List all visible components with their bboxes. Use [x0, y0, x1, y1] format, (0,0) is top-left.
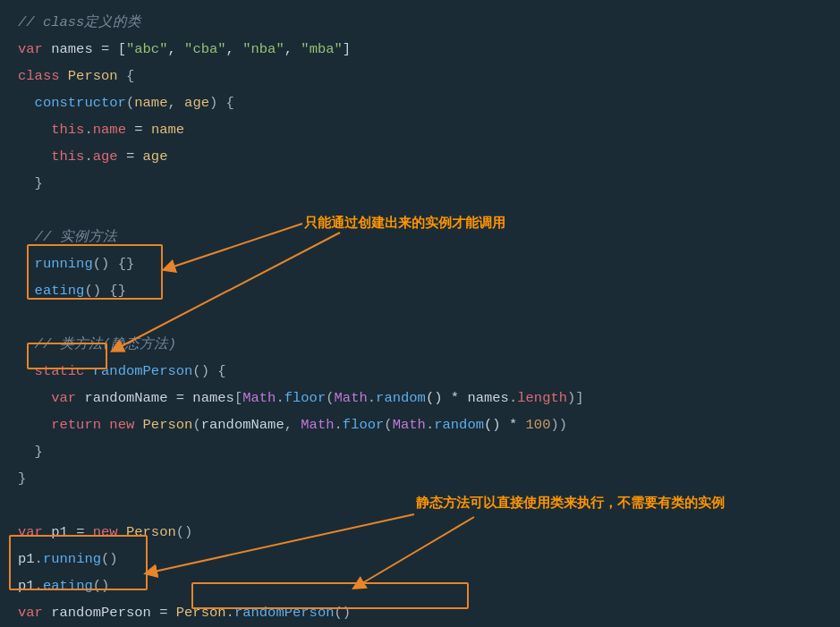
code-line: constructor(name, age) { [18, 89, 840, 116]
code-line: // class定义的类 [18, 9, 840, 36]
code-token [18, 251, 35, 277]
code-line: } [18, 438, 840, 465]
code-token: = [167, 386, 192, 411]
code-token: // class定义的类 [18, 10, 141, 36]
code-lines: // class定义的类var names = ["abc", "cba", "… [18, 9, 840, 627]
code-token: ) { [209, 90, 234, 116]
code-token: ( [192, 412, 200, 438]
code-token: new [93, 520, 126, 546]
code-token: . [84, 117, 92, 143]
code-token: length [517, 386, 567, 411]
code-token: var [18, 37, 51, 63]
code-token [18, 359, 35, 385]
code-token: = [126, 117, 151, 143]
code-token: Person [68, 64, 118, 89]
code-line: p1.running() [18, 546, 840, 572]
code-token: p1 [18, 573, 35, 599]
code-token [18, 412, 51, 438]
code-token: random [434, 412, 484, 438]
code-token: [ [234, 386, 242, 411]
code-line: class Person { [18, 63, 840, 89]
code-token: 100 [526, 412, 551, 438]
code-token: { [118, 64, 135, 89]
code-token: running [43, 547, 101, 572]
code-token: names [51, 37, 93, 63]
code-token: constructor [35, 90, 126, 116]
code-line: eating() {} [18, 277, 840, 304]
code-token: static [35, 359, 85, 385]
code-token: . [84, 144, 92, 170]
code-line: var randomPerson = Person.randomPerson() [18, 599, 840, 626]
code-token [84, 359, 92, 385]
code-token: () {} [84, 278, 126, 304]
code-token: "nba" [242, 37, 284, 63]
code-token [18, 278, 35, 304]
code-token: "abc" [126, 37, 168, 63]
code-line [18, 492, 840, 519]
code-token: // 类方法(静态方法) [18, 332, 176, 358]
code-token: Person [176, 600, 226, 626]
code-token: )) [550, 412, 567, 438]
code-line: } [18, 170, 840, 197]
code-token: ( [126, 90, 134, 116]
code-token: } [18, 439, 43, 465]
code-token: = [118, 144, 143, 170]
code-line: var names = ["abc", "cba", "nba", "mba"] [18, 36, 840, 63]
code-token: Math [393, 412, 426, 438]
code-token: () [93, 573, 110, 599]
code-token: names [192, 386, 234, 411]
code-token: , [167, 37, 184, 63]
code-line: var randomName = names[Math.floor(Math.r… [18, 385, 840, 411]
code-token: var [51, 386, 84, 411]
code-token: randomName [84, 386, 167, 411]
code-token: ( [326, 386, 334, 411]
code-token [18, 144, 51, 170]
code-token: ] [343, 37, 351, 63]
code-token: running [35, 251, 93, 277]
code-line [18, 197, 840, 224]
code-token: this [51, 117, 84, 143]
code-token: p1 [51, 520, 68, 546]
code-token: randomName [201, 412, 284, 438]
code-editor: // class定义的类var names = ["abc", "cba", "… [0, 0, 840, 627]
code-token: "cba" [184, 37, 226, 63]
code-token: names [467, 386, 509, 411]
code-line: this.age = age [18, 143, 840, 170]
code-token: ( [384, 412, 392, 438]
code-token: return [51, 412, 109, 438]
code-token: } [18, 466, 26, 492]
code-token: var [18, 600, 51, 626]
code-token: () [335, 600, 352, 626]
code-token: Math [335, 386, 368, 411]
code-token: var [18, 520, 51, 546]
code-token: "mba" [301, 37, 343, 63]
code-token: new [109, 412, 142, 438]
code-token: eating [43, 573, 93, 599]
code-line: static randomPerson() { [18, 358, 840, 385]
code-line: } [18, 465, 840, 492]
code-token: () * [484, 412, 526, 438]
code-token: = [68, 520, 93, 546]
code-token: . [509, 386, 517, 411]
code-token: class [18, 64, 68, 89]
code-token: = [ [93, 37, 126, 63]
code-token: )] [567, 386, 584, 411]
code-token: , [284, 37, 301, 63]
code-token: , [167, 90, 184, 116]
code-token: () * [426, 386, 468, 411]
code-token: floor [284, 386, 327, 411]
code-token: eating [35, 278, 85, 304]
code-token: , [284, 412, 301, 438]
code-token: Person [126, 520, 176, 546]
code-token: . [426, 412, 434, 438]
code-token: name [151, 117, 184, 143]
code-line: // 实例方法 [18, 224, 840, 250]
code-token [18, 117, 51, 143]
code-token: age [184, 90, 209, 116]
code-token [18, 90, 35, 116]
code-token: // 实例方法 [18, 225, 117, 250]
code-token: this [51, 144, 84, 170]
code-token: Math [242, 386, 276, 411]
code-token: . [35, 573, 43, 599]
code-token: . [335, 412, 343, 438]
